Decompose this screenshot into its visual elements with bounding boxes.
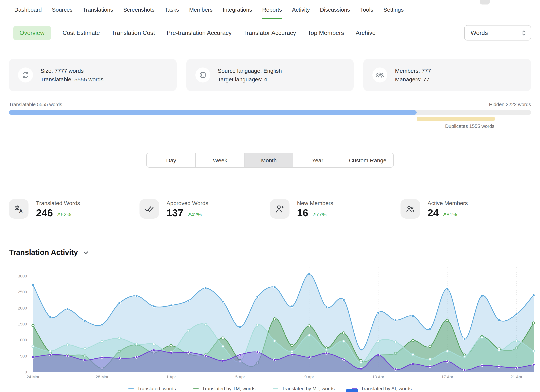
nav-item-integrations[interactable]: Integrations <box>223 0 252 19</box>
chart-point[interactable] <box>256 351 259 353</box>
chart-point[interactable] <box>480 336 483 339</box>
chart-point[interactable] <box>325 306 328 308</box>
subnav-item-top-members[interactable]: Top Members <box>308 30 344 36</box>
subnav-item-overview[interactable]: Overview <box>13 26 51 40</box>
chart-point[interactable] <box>291 350 293 353</box>
nav-item-settings[interactable]: Settings <box>383 0 404 19</box>
chart-point[interactable] <box>360 348 362 351</box>
chart-point[interactable] <box>463 355 466 358</box>
chart-point[interactable] <box>343 340 345 342</box>
chart-point[interactable] <box>412 315 414 317</box>
chart-point[interactable] <box>463 338 466 340</box>
cutoff-top-element[interactable] <box>480 0 490 5</box>
legend-item-translated-ai[interactable]: Translated by AI, words <box>352 386 412 392</box>
chart-point[interactable] <box>135 343 138 345</box>
chart-point[interactable] <box>256 324 259 326</box>
cutoff-bottom-element[interactable] <box>346 389 358 392</box>
chart-point[interactable] <box>49 350 52 352</box>
chart-point[interactable] <box>308 273 310 275</box>
chart-point[interactable] <box>498 349 500 352</box>
chart-point[interactable] <box>170 304 172 307</box>
chart-point[interactable] <box>101 340 103 343</box>
chart-point[interactable] <box>49 353 52 356</box>
chart-point[interactable] <box>429 358 431 360</box>
chart-point[interactable] <box>204 323 207 326</box>
chart-point[interactable] <box>222 360 224 362</box>
chart-point[interactable] <box>101 356 103 359</box>
chart-point[interactable] <box>360 368 362 370</box>
chart-point[interactable] <box>498 365 500 368</box>
nav-item-sources[interactable]: Sources <box>52 0 73 19</box>
chart-point[interactable] <box>429 365 431 368</box>
chart-point[interactable] <box>446 288 449 290</box>
chart-point[interactable] <box>84 359 86 361</box>
chevron-down-icon[interactable] <box>83 251 89 254</box>
chart-point[interactable] <box>222 337 224 339</box>
chart-point[interactable] <box>343 299 345 301</box>
duplicates-bar[interactable] <box>417 117 495 121</box>
chart-point[interactable] <box>135 356 138 358</box>
chart-point[interactable] <box>412 353 414 356</box>
chart-point[interactable] <box>532 363 535 366</box>
chart-point[interactable] <box>377 312 380 314</box>
nav-item-activity[interactable]: Activity <box>292 0 310 19</box>
range-tab-week[interactable]: Week <box>195 153 244 167</box>
chart-point[interactable] <box>343 358 345 361</box>
chart-point[interactable] <box>308 334 310 336</box>
nav-item-dashboard[interactable]: Dashboard <box>14 0 42 19</box>
chart-point[interactable] <box>84 320 86 322</box>
chart-point[interactable] <box>498 319 500 321</box>
chart-point[interactable] <box>274 286 276 288</box>
chart-point[interactable] <box>480 294 483 297</box>
chart-point[interactable] <box>429 345 431 347</box>
chart-point[interactable] <box>412 339 414 342</box>
chart-point[interactable] <box>515 367 518 369</box>
chart-point[interactable] <box>239 353 241 356</box>
chart-point[interactable] <box>170 345 172 347</box>
legend-item-translated-mt[interactable]: Translated by MT, words <box>273 386 335 392</box>
chart-point[interactable] <box>222 300 224 303</box>
chart-point[interactable] <box>153 305 155 308</box>
chart-point[interactable] <box>101 323 103 326</box>
chart-point[interactable] <box>532 322 535 324</box>
chart-point[interactable] <box>532 294 535 296</box>
chart-point[interactable] <box>204 354 207 357</box>
chart-point[interactable] <box>66 308 69 310</box>
chart-point[interactable] <box>66 354 69 357</box>
legend-item-translated-tm[interactable]: Translated by TM, words <box>193 386 255 392</box>
chart-point[interactable] <box>187 329 190 332</box>
chart-point[interactable] <box>308 356 310 358</box>
chart-point[interactable] <box>446 350 449 352</box>
chart-point[interactable] <box>325 352 328 355</box>
chart-point[interactable] <box>480 364 483 367</box>
chart-point[interactable] <box>446 319 449 322</box>
chart-point[interactable] <box>463 369 466 371</box>
chart-point[interactable] <box>118 357 120 359</box>
chart-point[interactable] <box>84 347 86 350</box>
nav-item-tasks[interactable]: Tasks <box>165 0 179 19</box>
nav-item-translations[interactable]: Translations <box>83 0 113 19</box>
range-tab-year[interactable]: Year <box>293 153 342 167</box>
chart-point[interactable] <box>32 345 34 347</box>
chart-point[interactable] <box>66 344 69 346</box>
unit-select[interactable]: Words <box>464 25 531 40</box>
nav-item-screenshots[interactable]: Screenshots <box>123 0 155 19</box>
chart-point[interactable] <box>291 353 293 356</box>
chart-point[interactable] <box>118 302 120 304</box>
chart-point[interactable] <box>291 344 293 347</box>
chart-point[interactable] <box>32 324 34 327</box>
chart-point[interactable] <box>118 337 120 339</box>
nav-item-members[interactable]: Members <box>189 0 213 19</box>
chart-point[interactable] <box>446 360 449 362</box>
chart-point[interactable] <box>222 345 224 347</box>
chart-point[interactable] <box>325 348 328 351</box>
chart-point[interactable] <box>153 349 155 352</box>
chart-point[interactable] <box>532 350 535 352</box>
range-tab-month[interactable]: Month <box>244 153 293 167</box>
nav-item-reports[interactable]: Reports <box>262 0 282 19</box>
subnav-item-translation-cost[interactable]: Translation Cost <box>112 30 155 36</box>
chart-point[interactable] <box>429 327 431 330</box>
chart-point[interactable] <box>239 326 241 328</box>
chart-point[interactable] <box>394 368 397 371</box>
chart-point[interactable] <box>32 356 34 358</box>
